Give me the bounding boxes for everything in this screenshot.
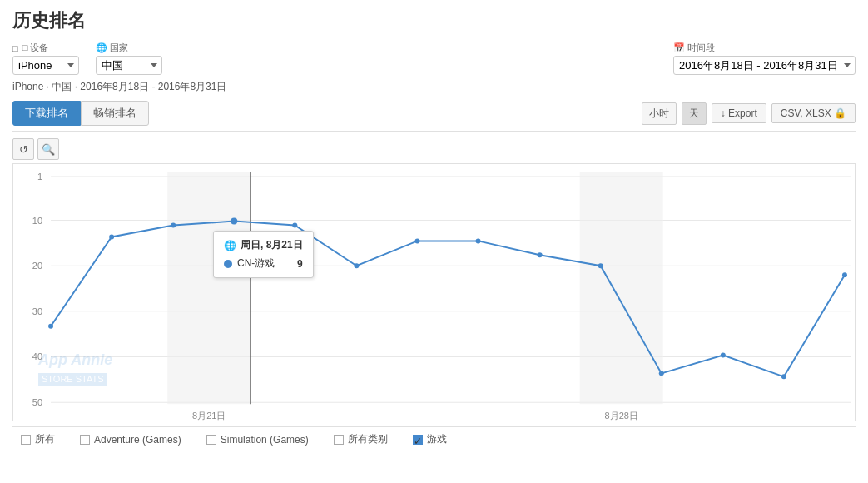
svg-point-25: [538, 252, 543, 257]
tooltip-row: CN-游戏 9: [224, 256, 303, 271]
svg-point-27: [659, 371, 664, 376]
day-button[interactable]: 天: [682, 102, 707, 125]
svg-rect-12: [167, 172, 250, 404]
tab-download[interactable]: 下载排名: [12, 101, 81, 126]
svg-point-22: [354, 263, 359, 268]
svg-rect-13: [580, 172, 663, 404]
svg-text:30: 30: [32, 306, 42, 316]
legend-item-adventure[interactable]: Adventure (Games): [80, 434, 181, 446]
tab-right-controls: 小时 天 ↓ Export CSV, XLSX 🔒: [642, 102, 856, 125]
controls-left: □ □ 设备 iPhone iPad All 🌐 国家 中国 美国 日本: [12, 42, 162, 75]
svg-point-24: [476, 238, 481, 243]
svg-point-18: [109, 234, 114, 239]
svg-point-23: [414, 238, 419, 243]
calendar-icon: 📅: [673, 42, 685, 53]
country-control: 🌐 国家 中国 美国 日本: [96, 42, 162, 75]
date-range-select[interactable]: 2016年8月18日 - 2016年8月31日: [673, 56, 856, 75]
legend-label-all: 所有: [35, 432, 55, 446]
legend-label-all-categories: 所有类别: [348, 432, 388, 446]
svg-text:8月28日: 8月28日: [604, 411, 637, 421]
chart-toolbar: ↺ 🔍: [12, 138, 856, 160]
svg-text:50: 50: [32, 397, 42, 407]
page-title: 历史排名: [12, 8, 856, 33]
legend-checkbox-games[interactable]: ✓: [413, 435, 423, 445]
svg-text:1: 1: [37, 172, 42, 182]
svg-point-17: [48, 324, 53, 329]
legend-item-all[interactable]: 所有: [21, 432, 55, 446]
svg-text:20: 20: [32, 261, 42, 271]
tooltip-header: 🌐 周日, 8月21日: [224, 238, 303, 252]
device-label: □ □ 设备: [12, 42, 79, 54]
chart-area: 1 10 20 30 40 50 8月21日 8月28日: [12, 163, 856, 421]
page-container: 历史排名 □ □ 设备 iPhone iPad All 🌐 国家: [0, 0, 868, 483]
zoom-button[interactable]: 🔍: [37, 138, 59, 160]
legend: 所有 Adventure (Games) Simulation (Games) …: [12, 426, 856, 451]
device-select[interactable]: iPhone iPad All: [12, 56, 79, 75]
hour-button[interactable]: 小时: [642, 102, 677, 125]
device-control: □ □ 设备 iPhone iPad All: [12, 42, 79, 75]
svg-point-26: [598, 263, 603, 268]
tooltip-dot: [224, 260, 232, 268]
chart-svg: 1 10 20 30 40 50 8月21日 8月28日: [13, 164, 855, 421]
svg-point-28: [721, 353, 726, 358]
svg-text:10: 10: [32, 216, 42, 226]
country-select[interactable]: 中国 美国 日本: [96, 56, 162, 75]
export-button[interactable]: ↓ Export: [712, 103, 766, 123]
legend-checkbox-adventure[interactable]: [80, 435, 90, 445]
svg-text:8月21日: 8月21日: [192, 411, 226, 421]
controls-row: □ □ 设备 iPhone iPad All 🌐 国家 中国 美国 日本: [12, 42, 856, 75]
svg-point-21: [292, 223, 297, 228]
reset-zoom-button[interactable]: ↺: [12, 138, 34, 160]
watermark: App Annie STORE STATS: [38, 351, 112, 387]
legend-item-all-categories[interactable]: 所有类别: [334, 432, 388, 446]
legend-checkbox-all-categories[interactable]: [334, 435, 344, 445]
legend-label-adventure: Adventure (Games): [94, 434, 181, 446]
svg-point-29: [781, 374, 786, 379]
svg-point-19: [171, 223, 176, 228]
watermark-line2: STORE STATS: [38, 373, 107, 386]
date-control: 📅 时间段 2016年8月18日 - 2016年8月31日: [673, 42, 856, 75]
tooltip-date: 周日, 8月21日: [241, 238, 303, 252]
device-icon: □: [12, 43, 18, 53]
subtitle: iPhone · 中国 · 2016年8月18日 - 2016年8月31日: [12, 80, 856, 94]
legend-checkbox-all[interactable]: [21, 435, 31, 445]
legend-item-games[interactable]: ✓ 游戏: [413, 432, 447, 446]
tabs-container: 下载排名 畅销排名: [12, 101, 149, 126]
tooltip-value: 9: [280, 258, 303, 270]
legend-checkbox-simulation[interactable]: [206, 435, 216, 445]
csv-button[interactable]: CSV, XLSX 🔒: [771, 103, 856, 123]
svg-point-20: [231, 218, 237, 225]
country-label: 🌐 国家: [96, 42, 162, 54]
tab-row: 下载排名 畅销排名 小时 天 ↓ Export CSV, XLSX 🔒: [12, 101, 856, 132]
legend-label-simulation: Simulation (Games): [221, 434, 309, 446]
chart-tooltip: 🌐 周日, 8月21日 CN-游戏 9: [213, 231, 314, 278]
legend-label-games: 游戏: [427, 432, 447, 446]
tooltip-series: CN-游戏: [237, 256, 275, 271]
globe-icon: 🌐: [96, 42, 107, 53]
watermark-line1: App Annie: [38, 351, 112, 370]
legend-item-simulation[interactable]: Simulation (Games): [206, 434, 309, 446]
tab-bestseller[interactable]: 畅销排名: [81, 101, 149, 126]
svg-point-30: [842, 272, 847, 277]
date-label: 📅 时间段: [673, 42, 856, 54]
tooltip-globe-icon: 🌐: [224, 240, 236, 251]
